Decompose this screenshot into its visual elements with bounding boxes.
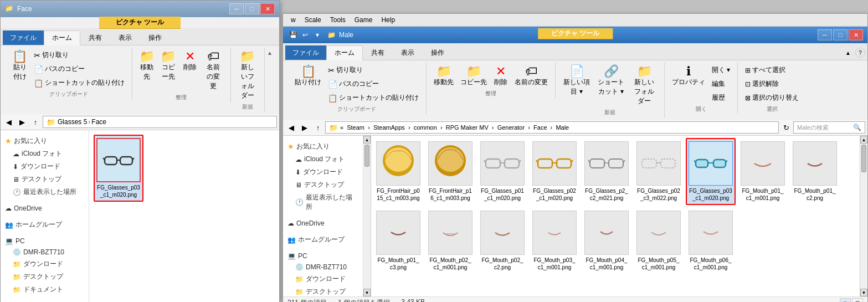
male-cut-button[interactable]: ✂ 切り取り [325,64,422,76]
male-sidebar-pc-downloads[interactable]: 📁 ダウンロード [283,273,363,285]
male-sidebar-pc-desktop[interactable]: 📁 デスクトップ [283,285,363,296]
male-rename-button[interactable]: 🏷 名前の変更 [512,64,551,89]
male-address-field[interactable]: 📁 « Steam › SteamApps › common › RPG Mak… [325,121,779,134]
male-delete-button[interactable]: ✕ 削除 [491,64,511,89]
male-grid-scroll-up[interactable]: ▲ [860,136,867,144]
male-deselect-button[interactable]: ⊡ 選択解除 [742,78,782,90]
male-tab-view[interactable]: 表示 [393,45,423,60]
male-tab-home[interactable]: ホーム [326,45,363,60]
male-file-mouth01[interactable]: FG_Mouth_p01_c1_m001.png [738,138,788,205]
male-window-controls[interactable]: ─ □ ✕ [818,29,863,40]
male-grid-scrollbar[interactable]: ▲ ▼ [860,136,867,296]
male-menu-w[interactable]: w [287,15,299,25]
face-move-to-button[interactable]: 📁 移動先 [137,49,157,83]
male-paste-button[interactable]: 📋 貼り付け [292,64,324,89]
face-sidebar-recent[interactable]: 🕐 最近表示した場所 [1,186,89,198]
male-copy-path-button[interactable]: 📄 パスのコピー [325,78,422,90]
face-copy-path-button[interactable]: 📄 パスのコピー [31,63,127,75]
male-menu-tools[interactable]: Tools [327,15,349,25]
male-sidebar-icloud[interactable]: ☁ iCloud フォト [283,153,363,166]
face-tab-home[interactable]: ホーム [44,30,80,45]
face-sidebar-dmr[interactable]: 💿 DMR-BZT710 [1,247,89,258]
male-file-mouth05[interactable]: FG_Mouth_p05_c1_m001.png [634,207,684,274]
face-back-button[interactable]: ◀ [3,116,15,128]
male-file-fronthair015[interactable]: FG_FrontHair_p015_c1_m003.png [373,138,423,205]
male-forward-button[interactable]: ▶ [299,121,311,134]
male-grid-scroll-thumb[interactable] [861,145,866,172]
male-sidebar-scroll-up[interactable]: ▲ [363,136,371,144]
male-view-list-btn[interactable]: ≡ [840,298,851,303]
face-sidebar-downloads[interactable]: ⬇ ダウンロード [1,160,89,173]
face-sidebar-pc-downloads[interactable]: 📁 ダウンロード [1,258,89,270]
male-file-mouth02c1[interactable]: FG_Mouth_p02_c1_m001.png [425,207,475,274]
male-close-button[interactable]: ✕ [849,29,863,40]
male-sidebar-pc[interactable]: 💻 PC [283,250,363,262]
male-tab-file[interactable]: ファイル [285,45,326,60]
male-edit-button[interactable]: 編集 [709,78,733,90]
male-file-mouth01c2[interactable]: FG_Mouth_p01_c2.png [790,138,840,205]
male-sidebar-scrollbar[interactable]: ▲ ▼ [363,136,371,296]
male-sidebar-downloads[interactable]: ⬇ ダウンロード [283,166,363,178]
face-breadcrumb-face[interactable]: Face [91,118,106,126]
male-sidebar-favorites[interactable]: ★ お気に入り [283,140,363,153]
male-ribbon-collapse-btn[interactable]: ▲ [843,49,853,57]
male-file-fronthair16[interactable]: FG_FrontHair_p16_c1_m003.png [425,138,475,205]
male-file-mouth01c3[interactable]: FG_Mouth_p01_c3.png [373,207,423,274]
male-qat-dropdown[interactable]: ▾ [312,29,323,40]
male-grid-scroll-down[interactable]: ▼ [860,289,867,296]
male-file-glasses01[interactable]: FG_Glasses_p01_c1_m020.png [477,138,527,205]
male-sidebar-dmr[interactable]: 💿 DMR-BZT710 [283,262,363,273]
male-new-folder-button[interactable]: 📁 新しいフォルダー [629,64,660,108]
male-menu-help[interactable]: Help [378,15,398,25]
male-qat-undo[interactable]: ↩ [300,29,311,40]
face-sidebar-icloud[interactable]: ☁ iCloud フォト [1,147,89,160]
male-up-button[interactable]: ↑ [312,121,324,134]
male-new-shortcut-button[interactable]: 🔗 ショートカット ▾ [594,64,628,98]
male-sidebar-recent[interactable]: 🕐 最近表示した場所 [283,191,363,213]
face-paste-button[interactable]: 📋 貼り付け [9,49,30,83]
male-qat-save[interactable]: 💾 [287,29,299,40]
male-file-glasses02c2[interactable]: FG_Glasses_p2_c2_m021.png [582,138,631,205]
face-cut-button[interactable]: ✂ 切り取り [31,49,127,62]
face-maximize-button[interactable]: □ [245,3,259,14]
male-sidebar-scroll-thumb[interactable] [364,145,369,167]
male-tab-share[interactable]: 共有 [363,45,393,60]
face-window-controls[interactable]: ─ □ ✕ [229,3,275,14]
face-breadcrumb-glasses5[interactable]: Glasses 5 [58,118,87,126]
male-file-mouth04[interactable]: FG_Mouth_p04_c1_m001.png [582,207,631,274]
face-sidebar-pc[interactable]: 💻 PC [1,236,89,247]
face-sidebar-favorites[interactable]: ★ お気に入り [1,135,89,147]
face-paste-shortcut-button[interactable]: 📋 ショートカットの貼り付け [31,76,127,89]
male-history-button[interactable]: 履歴 [709,91,733,104]
male-new-item-button[interactable]: 📄 新しい項目 ▾ [560,64,593,98]
male-sidebar-desktop[interactable]: 🖥 デスクトップ [283,178,363,191]
male-select-all-button[interactable]: ⊞ すべて選択 [742,64,788,76]
male-breadcrumb[interactable]: « Steam › SteamApps › common › RPG Maker… [340,124,569,131]
male-minimize-button[interactable]: ─ [818,29,832,40]
male-properties-button[interactable]: ℹ プロパティ [669,64,708,89]
face-tab-share[interactable]: 共有 [80,30,110,45]
male-search-field[interactable]: Maleの検索 🔍 [793,121,865,134]
face-copy-to-button[interactable]: 📁 コピー先 [158,49,179,83]
face-sidebar-pc-documents[interactable]: 📁 ドキュメント [1,283,89,296]
face-sidebar-pc-desktop[interactable]: 📁 デスクトップ [1,270,89,283]
male-paste-shortcut-button[interactable]: 📋 ショートカットの貼り付け [325,91,422,104]
face-close-button[interactable]: ✕ [260,3,275,14]
male-file-mouth03[interactable]: FG_Mouth_p03_c1_m001.png [530,207,579,274]
face-window[interactable]: 📁 Face ─ □ ✕ ピクチャ ツール ファイル ホーム 共有 表示 操作 … [0,0,280,302]
male-sidebar-scroll-down[interactable]: ▼ [363,289,371,296]
male-menu-game[interactable]: Game [351,15,376,25]
face-up-button[interactable]: ↑ [29,116,42,128]
face-sidebar-onedrive[interactable]: ☁ OneDrive [1,203,89,214]
male-maximize-button[interactable]: □ [833,29,848,40]
face-forward-button[interactable]: ▶ [16,116,28,128]
face-sidebar-desktop[interactable]: 🖥 デスクトップ [1,173,89,186]
face-new-folder-button[interactable]: 📁 新しいフォルダー [235,49,260,102]
male-file-mouth06[interactable]: FG_Mouth_p06_c1_m001.png [686,207,736,274]
male-sidebar-homegroup[interactable]: 👥 ホームグループ [283,233,363,246]
male-file-mouth02c2[interactable]: FG_Mouth_p02_c2.png [477,207,527,274]
male-window[interactable]: w Scale Tools Game Help 💾 ↩ ▾ 📁 Male ピクチ… [283,13,868,302]
face-rename-button[interactable]: 🏷 名前の変更 [201,49,226,93]
face-tab-file[interactable]: ファイル [3,30,44,45]
male-invert-selection-button[interactable]: ⊠ 選択の切り替え [742,91,802,104]
